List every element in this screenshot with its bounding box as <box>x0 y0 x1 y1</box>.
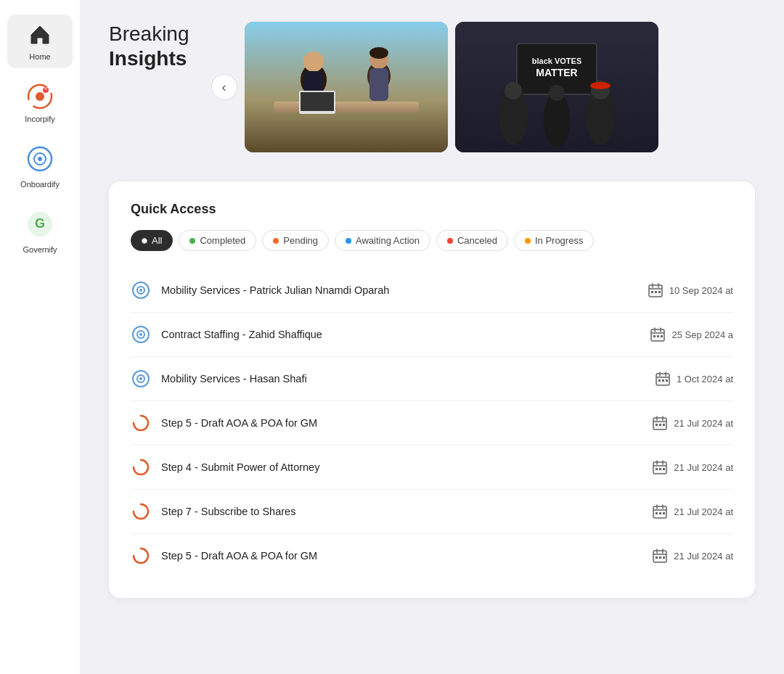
list-item[interactable]: Step 5 - Draft AOA & POA for GM 21 Jul 2… <box>131 401 733 445</box>
svg-rect-66 <box>656 424 658 426</box>
main-content: Breaking Insights ‹ <box>80 0 784 674</box>
item-name-5: Step 4 - Submit Power of Attorney <box>161 461 642 473</box>
date-text-5: 21 Jul 2024 at <box>674 462 733 473</box>
item-name-3: Mobility Services - Hasan Shafi <box>161 373 645 385</box>
svg-rect-74 <box>659 468 661 470</box>
svg-rect-80 <box>656 512 658 514</box>
svg-point-1 <box>36 92 44 101</box>
svg-point-12 <box>303 52 324 72</box>
item-date-4: 21 Jul 2024 at <box>652 415 733 431</box>
list-container: Mobility Services - Patrick Julian Nnamd… <box>131 268 733 578</box>
svg-point-19 <box>369 47 388 59</box>
sidebar-governify-label: Governify <box>23 245 57 254</box>
calendar-icon-7 <box>652 548 668 564</box>
svg-point-3 <box>44 87 47 90</box>
home-icon <box>27 22 53 48</box>
date-text-4: 21 Jul 2024 at <box>674 418 733 429</box>
svg-text:MATTER: MATTER <box>536 67 577 78</box>
filter-tab-awaiting[interactable]: Awaiting Action <box>335 230 430 251</box>
svg-rect-50 <box>657 335 659 337</box>
list-item[interactable]: Step 4 - Submit Power of Attorney 21 Jul… <box>131 445 733 490</box>
dot-awaiting <box>346 238 351 244</box>
svg-rect-67 <box>659 424 661 426</box>
item-name-7: Step 5 - Draft AOA & POA for GM <box>161 550 642 562</box>
svg-rect-68 <box>663 424 665 426</box>
filter-canceled-label: Canceled <box>457 235 497 246</box>
date-text-6: 21 Jul 2024 at <box>674 506 733 517</box>
svg-rect-60 <box>662 379 664 382</box>
svg-point-26 <box>505 82 522 99</box>
incorp-icon-5 <box>131 457 151 477</box>
calendar-icon-4 <box>652 415 668 431</box>
svg-point-6 <box>38 157 42 161</box>
list-item[interactable]: Step 7 - Subscribe to Shares 21 Jul 2024… <box>131 490 733 534</box>
quick-access-section: Quick Access All Completed Pending Await… <box>109 181 755 598</box>
filter-tab-inprogress[interactable]: In Progress <box>514 230 594 251</box>
dot-completed <box>189 238 195 244</box>
sidebar-item-governify[interactable]: G Governify <box>7 203 73 261</box>
carousel-area: ‹ <box>211 22 755 152</box>
svg-rect-18 <box>369 68 388 101</box>
list-item[interactable]: Contract Staffing - Zahid Shaffique 25 S… <box>131 313 733 357</box>
filter-pending-label: Pending <box>283 235 318 246</box>
svg-rect-87 <box>656 556 658 559</box>
sidebar-item-home[interactable]: Home <box>7 15 73 68</box>
date-text-7: 21 Jul 2024 at <box>674 551 733 562</box>
svg-rect-39 <box>651 291 653 293</box>
item-name-1: Mobility Services - Patrick Julian Nnamd… <box>161 284 637 296</box>
svg-point-28 <box>549 85 565 101</box>
svg-rect-41 <box>658 291 661 293</box>
svg-text:black VOTES: black VOTES <box>531 57 581 65</box>
item-date-7: 21 Jul 2024 at <box>652 548 733 564</box>
insights-text: Insights <box>109 46 189 71</box>
item-name-2: Contract Staffing - Zahid Shaffique <box>161 329 640 340</box>
calendar-icon-6 <box>652 504 668 519</box>
calendar-icon-2 <box>650 326 666 342</box>
carousel-prev-button[interactable]: ‹ <box>211 74 237 100</box>
dot-canceled <box>447 238 453 244</box>
incorp-icon-4 <box>131 413 151 433</box>
svg-point-44 <box>139 333 142 336</box>
svg-rect-75 <box>663 468 665 470</box>
date-text-3: 1 Oct 2024 at <box>677 374 733 385</box>
carousel-image-1 <box>245 22 448 152</box>
svg-point-34 <box>139 289 142 292</box>
item-date-2: 25 Sep 2024 a <box>650 326 733 342</box>
filter-tab-pending[interactable]: Pending <box>262 230 329 251</box>
svg-rect-73 <box>656 468 658 470</box>
filter-completed-label: Completed <box>200 235 245 246</box>
item-date-6: 21 Jul 2024 at <box>652 504 733 519</box>
svg-rect-9 <box>245 22 448 152</box>
svg-point-31 <box>590 82 611 89</box>
filter-tab-completed[interactable]: Completed <box>179 230 256 251</box>
item-date-3: 1 Oct 2024 at <box>655 371 733 387</box>
dot-all <box>142 238 147 244</box>
incorp-icon-7 <box>131 546 151 566</box>
svg-rect-82 <box>663 512 665 514</box>
filter-tab-canceled[interactable]: Canceled <box>436 230 508 251</box>
carousel-image-2: black VOTES MATTER <box>455 22 658 152</box>
list-item[interactable]: Mobility Services - Patrick Julian Nnamd… <box>131 268 733 313</box>
breaking-text: Breaking <box>109 22 189 46</box>
sidebar-item-onboardify[interactable]: Onboardify <box>7 138 73 196</box>
incorpify-icon <box>26 83 54 110</box>
item-date-1: 10 Sep 2024 at <box>648 282 733 298</box>
onboard-icon-2 <box>131 324 151 345</box>
filter-all-label: All <box>152 235 162 246</box>
business-meeting-image <box>245 22 448 152</box>
filter-tab-all[interactable]: All <box>131 230 173 251</box>
dot-pending <box>273 238 279 244</box>
list-item[interactable]: Mobility Services - Hasan Shafi 1 Oct 20… <box>131 357 733 401</box>
svg-rect-88 <box>659 556 661 559</box>
svg-rect-81 <box>659 512 661 514</box>
item-name-6: Step 7 - Subscribe to Shares <box>161 506 642 517</box>
onboard-icon-1 <box>131 280 151 300</box>
onboard-icon-3 <box>131 369 151 389</box>
svg-text:G: G <box>35 216 45 231</box>
sidebar: Home Incorpify Onboardify G <box>0 0 80 674</box>
item-date-5: 21 Jul 2024 at <box>652 459 733 475</box>
sidebar-item-incorpify[interactable]: Incorpify <box>7 75 73 131</box>
calendar-icon-1 <box>648 282 663 298</box>
svg-rect-89 <box>663 556 665 559</box>
list-item[interactable]: Step 5 - Draft AOA & POA for GM 21 Jul 2… <box>131 534 733 578</box>
